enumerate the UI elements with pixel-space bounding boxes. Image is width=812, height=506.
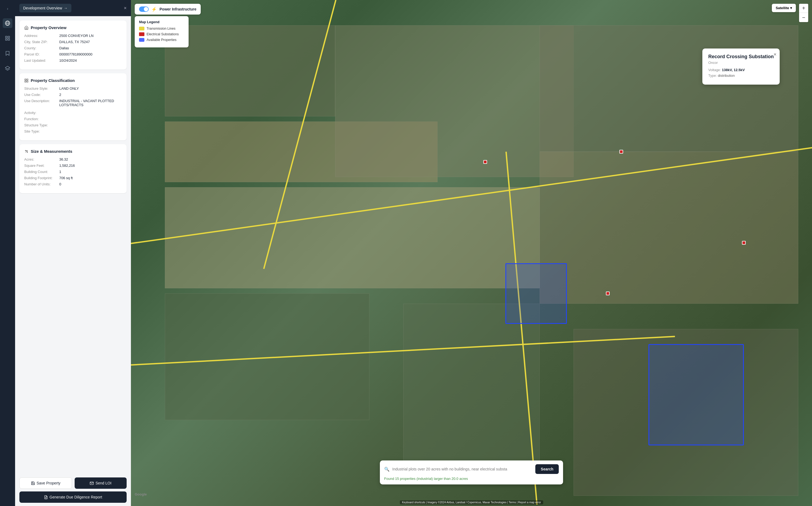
size-measurements-title: Size & Measurements bbox=[24, 149, 122, 154]
svg-rect-6 bbox=[8, 39, 10, 40]
svg-rect-5 bbox=[6, 39, 7, 40]
sidebar-content: Property Overview Address: 2500 CONVEYOR… bbox=[15, 16, 131, 474]
popup-title: Record Crossing Substation bbox=[708, 54, 774, 60]
svg-rect-4 bbox=[8, 36, 10, 38]
breadcrumb-button[interactable]: Development Overview → bbox=[19, 4, 71, 12]
zoom-controls: + − bbox=[799, 4, 808, 22]
zoom-out-button[interactable]: − bbox=[799, 13, 808, 22]
nav-layers-icon[interactable] bbox=[3, 64, 12, 73]
footer-row-1: Save Property Send LOI bbox=[19, 478, 126, 489]
svg-rect-11 bbox=[27, 81, 28, 82]
substation-marker-2[interactable] bbox=[619, 150, 623, 154]
search-button[interactable]: Search bbox=[535, 464, 559, 474]
field-num-units: Number of Units: 0 bbox=[24, 182, 122, 186]
substation-marker-3[interactable] bbox=[742, 241, 746, 245]
power-icon: ⚡ bbox=[152, 7, 157, 12]
legend-swatch-properties bbox=[139, 38, 145, 42]
popup-subtitle: Oncor bbox=[708, 61, 774, 65]
property-classification-card: Property Classification Structure Style:… bbox=[19, 73, 126, 140]
search-icon: 🔍 bbox=[384, 467, 389, 472]
size-measurements-card: Size & Measurements Acres: 36.32 Square … bbox=[19, 144, 126, 193]
field-county: County: Dallas bbox=[24, 46, 122, 50]
popup-type: Type: distribution bbox=[708, 74, 774, 78]
field-sqft: Square Feet: 1,582,216 bbox=[24, 164, 122, 168]
sidebar-close-button[interactable]: × bbox=[124, 5, 126, 11]
legend-title: Map Legend bbox=[139, 20, 184, 24]
legend-item-transmission: Transmission Lines bbox=[139, 27, 184, 30]
property-overview-card: Property Overview Address: 2500 CONVEYOR… bbox=[19, 20, 126, 70]
field-building-footprint: Building Footprint: 706 sq ft bbox=[24, 176, 122, 180]
svg-rect-8 bbox=[25, 79, 26, 80]
svg-point-13 bbox=[27, 152, 27, 153]
substation-marker-1[interactable] bbox=[483, 160, 487, 164]
nav-bookmark-icon[interactable] bbox=[3, 49, 12, 58]
sidebar-footer: Save Property Send LOI Generate Due Dili… bbox=[15, 474, 131, 506]
field-acres: Acres: 36.32 bbox=[24, 157, 122, 161]
google-logo: Google bbox=[135, 492, 147, 496]
field-function: Function: bbox=[24, 117, 122, 121]
power-toggle-label: Power Infrastructure bbox=[160, 7, 196, 11]
nav-globe-icon[interactable] bbox=[3, 18, 12, 28]
sidebar-panel: Development Overview → × Property Overvi… bbox=[15, 0, 131, 506]
generate-report-button[interactable]: Generate Due Diligence Report bbox=[19, 492, 126, 503]
field-last-updated: Last Updated: 10/24/2024 bbox=[24, 59, 122, 63]
search-result-text: Found 15 properties (industrial) larger … bbox=[384, 477, 559, 481]
svg-rect-9 bbox=[27, 79, 28, 80]
legend-swatch-substations bbox=[139, 32, 145, 36]
search-row: 🔍 Search bbox=[384, 464, 559, 474]
power-infrastructure-toggle[interactable]: ⚡ Power Infrastructure bbox=[135, 4, 201, 14]
sidebar-header: Development Overview → × bbox=[15, 0, 131, 16]
search-input[interactable] bbox=[392, 467, 533, 471]
map-legend-panel: Map Legend Transmission Lines Electrical… bbox=[135, 16, 189, 48]
substation-marker-4[interactable] bbox=[606, 291, 610, 295]
left-navigation: › bbox=[0, 0, 15, 506]
field-use-description: Use Description: INDUSTRIAL - VACANT PLO… bbox=[24, 99, 122, 107]
nav-grid-icon[interactable] bbox=[3, 33, 12, 43]
send-loi-button[interactable]: Send LOI bbox=[75, 478, 126, 489]
zoom-in-button[interactable]: + bbox=[799, 4, 808, 13]
map-attribution: Keyboard shortcuts | Imagery ©2024 Airbu… bbox=[400, 500, 543, 504]
legend-item-substations: Electrical Substations bbox=[139, 32, 184, 36]
field-address: Address: 2500 CONVEYOR LN bbox=[24, 34, 122, 38]
satellite-view-button[interactable]: Satellite ▾ bbox=[772, 4, 796, 12]
popup-close-button[interactable]: × bbox=[774, 52, 777, 57]
property-classification-title: Property Classification bbox=[24, 78, 122, 83]
field-site-type: Site Type: bbox=[24, 129, 122, 134]
legend-item-properties: Available Properties bbox=[139, 38, 184, 42]
svg-rect-3 bbox=[6, 36, 7, 38]
search-bar: 🔍 Search Found 15 properties (industrial… bbox=[380, 460, 563, 485]
property-overview-title: Property Overview bbox=[24, 25, 122, 30]
field-parcel-id: Parcel ID: 00000778189000000 bbox=[24, 52, 122, 56]
breadcrumb-label: Development Overview bbox=[23, 6, 62, 10]
field-structure-style: Structure Style: LAND ONLY bbox=[24, 86, 122, 91]
popup-voltage: Voltage: 138kV, 12.5kV bbox=[708, 68, 774, 72]
svg-point-12 bbox=[25, 150, 26, 151]
field-structure-type: Structure Type: bbox=[24, 123, 122, 127]
field-city-state: City, State ZIP: DALLAS, TX 75247 bbox=[24, 40, 122, 44]
breadcrumb-arrow: → bbox=[64, 6, 68, 10]
available-property-outline-1[interactable] bbox=[506, 263, 567, 324]
substation-popup: × Record Crossing Substation Oncor Volta… bbox=[702, 49, 780, 85]
toggle-switch[interactable] bbox=[139, 6, 149, 12]
available-property-outline-2[interactable] bbox=[648, 344, 744, 445]
field-use-code: Use Code: 2 bbox=[24, 93, 122, 97]
svg-marker-7 bbox=[5, 66, 10, 69]
legend-swatch-transmission bbox=[139, 27, 145, 30]
svg-rect-10 bbox=[25, 81, 26, 82]
field-building-count: Building Count: 1 bbox=[24, 170, 122, 174]
nav-expand-icon[interactable]: › bbox=[5, 4, 10, 13]
map-area[interactable]: ⚡ Power Infrastructure Map Legend Transm… bbox=[131, 0, 812, 506]
field-activity: Activity: bbox=[24, 111, 122, 115]
save-property-button[interactable]: Save Property bbox=[19, 478, 72, 489]
